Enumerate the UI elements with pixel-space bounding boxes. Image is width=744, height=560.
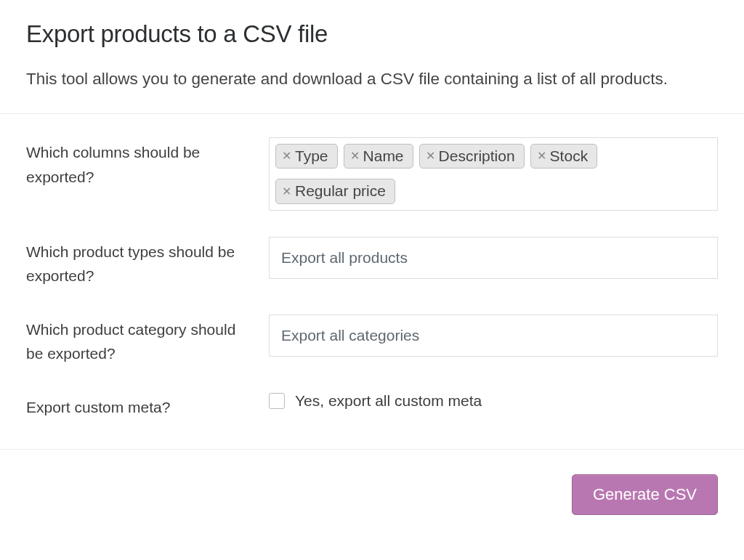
export-panel: Export products to a CSV file This tool … [0, 0, 744, 540]
close-icon[interactable]: ✕ [426, 150, 435, 162]
close-icon[interactable]: ✕ [350, 150, 360, 162]
page-subtitle: This tool allows you to generate and dow… [26, 68, 718, 90]
meta-label: Export custom meta? [26, 392, 269, 420]
types-label: Which product types should be exported? [26, 237, 269, 288]
generate-csv-button[interactable]: Generate CSV [572, 474, 718, 515]
category-select[interactable]: Export all categories [269, 315, 718, 357]
columns-label: Which columns should be exported? [26, 137, 269, 189]
columns-multiselect[interactable]: ✕ Type ✕ Name ✕ Description ✕ Stock [269, 137, 718, 210]
close-icon[interactable]: ✕ [282, 150, 291, 162]
row-columns: Which columns should be exported? ✕ Type… [26, 137, 718, 210]
tag-label: Description [439, 147, 515, 164]
page-title: Export products to a CSV file [26, 20, 718, 48]
close-icon[interactable]: ✕ [537, 150, 546, 162]
export-form: Which columns should be exported? ✕ Type… [0, 114, 744, 449]
panel-footer: Generate CSV [0, 450, 744, 540]
types-select[interactable]: Export all products [269, 237, 718, 279]
meta-checkbox[interactable] [269, 393, 285, 409]
tag-stock[interactable]: ✕ Stock [530, 144, 598, 169]
category-label: Which product category should be exporte… [26, 315, 269, 366]
panel-header: Export products to a CSV file This tool … [0, 0, 744, 114]
tag-label: Name [363, 147, 404, 164]
tag-label: Type [295, 147, 328, 164]
tag-label: Stock [550, 147, 589, 164]
row-types: Which product types should be exported? … [26, 237, 718, 288]
tag-description[interactable]: ✕ Description [419, 144, 525, 169]
tag-type[interactable]: ✕ Type [275, 144, 338, 169]
row-category: Which product category should be exporte… [26, 315, 718, 366]
row-meta: Export custom meta? Yes, export all cust… [26, 392, 718, 420]
tag-regular-price[interactable]: ✕ Regular price [275, 179, 395, 203]
close-icon[interactable]: ✕ [282, 186, 291, 198]
tag-name[interactable]: ✕ Name [344, 144, 413, 169]
meta-checkbox-row[interactable]: Yes, export all custom meta [269, 392, 482, 410]
meta-checkbox-label: Yes, export all custom meta [295, 392, 482, 410]
tag-label: Regular price [295, 182, 386, 199]
